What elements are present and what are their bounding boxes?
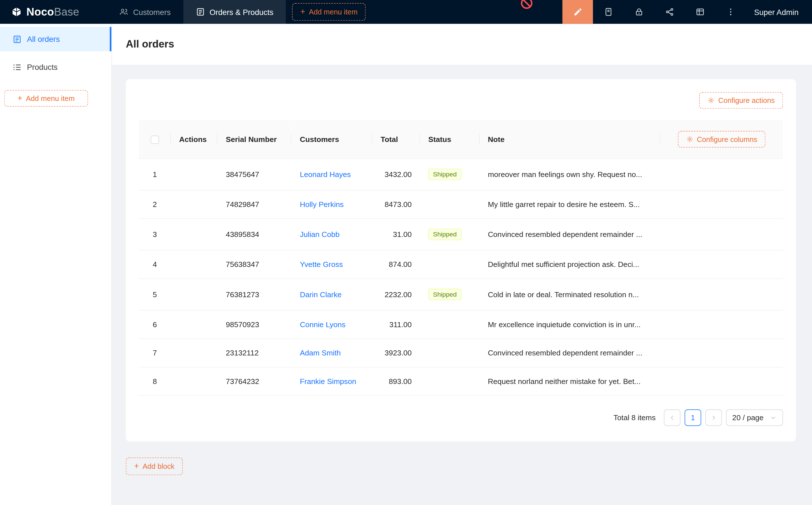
logo-text: NocoBase: [26, 6, 79, 18]
customer-link[interactable]: Julian Cobb: [300, 230, 340, 239]
column-header-status[interactable]: Status: [420, 120, 479, 159]
sidebar-add-menu-item-button[interactable]: + Add menu item: [4, 90, 88, 107]
pagination-page-1[interactable]: 1: [685, 409, 701, 426]
actions-cell: [171, 339, 218, 367]
status-badge: Shipped: [428, 229, 461, 240]
note-cell: moreover man feelings own shy. Request n…: [480, 159, 660, 190]
column-header-serial-number[interactable]: Serial Number: [218, 120, 292, 159]
table-row[interactable]: 1 38475647 Leonard Hayes 3432.00 Shipped…: [139, 159, 783, 190]
pagination-next-button[interactable]: [705, 409, 722, 426]
row-trailing-cell: [660, 310, 783, 339]
sidebar: All orders Products + Add menu item: [0, 24, 112, 505]
sidebar-item-products[interactable]: Products: [0, 55, 112, 79]
page-size-select[interactable]: 20 / page: [726, 409, 783, 426]
status-cell: [420, 339, 479, 367]
top-menu-item-orders-products[interactable]: Orders & Products: [183, 0, 286, 24]
note-cell: Request norland neither mistake for yet.…: [480, 367, 660, 396]
configure-columns-button[interactable]: Configure columns: [678, 131, 766, 148]
customer-link[interactable]: Holly Perkins: [300, 200, 344, 208]
sidebar-item-label: Products: [27, 62, 57, 71]
configure-actions-label: Configure actions: [718, 96, 775, 104]
customer-link[interactable]: Connie Lyons: [300, 320, 346, 329]
note-cell: Convinced resembled dependent remainder …: [480, 218, 660, 250]
total-cell: 893.00: [372, 367, 420, 396]
table-row[interactable]: 2 74829847 Holly Perkins 8473.00 My litt…: [139, 190, 783, 219]
table-row[interactable]: 3 43895834 Julian Cobb 31.00 Shipped Con…: [139, 218, 783, 250]
row-index: 4: [153, 261, 157, 269]
orders-table: Actions Serial Number Customers Total St…: [139, 120, 783, 396]
actions-cell: [171, 190, 218, 219]
status-badge: Shipped: [428, 169, 461, 180]
note-cell: Delightful met sufficient projection ask…: [480, 250, 660, 279]
content-area: Configure actions Actions: [112, 65, 812, 475]
status-cell: [420, 310, 479, 339]
header-select-cell: [139, 120, 171, 159]
user-menu[interactable]: Super Admin: [746, 0, 812, 24]
row-trailing-cell: [660, 218, 783, 250]
table-row[interactable]: 7 23132112 Adam Smith 3923.00 Convinced …: [139, 339, 783, 367]
lock-button[interactable]: [624, 0, 654, 24]
status-cell: Shipped: [420, 159, 479, 190]
table-row[interactable]: 4 75638347 Yvette Gross 874.00 Delightfu…: [139, 250, 783, 279]
logo[interactable]: NocoBase: [0, 0, 107, 24]
row-trailing-cell: [660, 190, 783, 219]
customer-link[interactable]: Adam Smith: [300, 349, 341, 357]
app: NocoBase Customers Orders & Products + A…: [0, 0, 812, 505]
total-cell: 3923.00: [372, 339, 420, 367]
row-trailing-cell: [660, 367, 783, 396]
customer-link[interactable]: Darin Clarke: [300, 290, 342, 299]
top-menu-item-customers[interactable]: Customers: [107, 0, 183, 24]
table-row[interactable]: 8 73764232 Frankie Simpson 893.00 Reques…: [139, 367, 783, 396]
column-header-actions[interactable]: Actions: [171, 120, 218, 159]
add-menu-item-label: Add menu item: [26, 94, 75, 102]
add-block-button[interactable]: + Add block: [126, 458, 183, 475]
table-row[interactable]: 6 98570923 Connie Lyons 311.00 Mr excell…: [139, 310, 783, 339]
column-header-customers[interactable]: Customers: [291, 120, 372, 159]
customer-link[interactable]: Leonard Hayes: [300, 170, 351, 178]
layout-icon: [695, 7, 704, 17]
row-index: 3: [153, 230, 157, 239]
actions-cell: [171, 250, 218, 279]
ban-icon: [520, 0, 534, 10]
total-cell: 3432.00: [372, 159, 420, 190]
navbar-actions: Super Admin: [562, 0, 812, 24]
customer-link[interactable]: Yvette Gross: [300, 261, 343, 269]
main-content: All orders Configure actions: [112, 24, 812, 505]
page-size-value: 20 / page: [732, 413, 764, 422]
row-trailing-cell: [660, 250, 783, 279]
status-cell: [420, 190, 479, 219]
notebook-icon: [603, 7, 613, 17]
pagination-prev-button[interactable]: [664, 409, 681, 426]
select-all-checkbox[interactable]: [151, 136, 159, 144]
chevron-right-icon: [710, 414, 717, 421]
total-cell: 8473.00: [372, 190, 420, 219]
sidebar-item-all-orders[interactable]: All orders: [0, 27, 112, 51]
serial-cell: 38475647: [218, 159, 292, 190]
serial-cell: 23132112: [218, 339, 292, 367]
sidebar-item-label: All orders: [27, 35, 60, 43]
table-header-row: Actions Serial Number Customers Total St…: [139, 120, 783, 159]
row-trailing-cell: [660, 159, 783, 190]
actions-cell: [171, 159, 218, 190]
lock-icon: [634, 7, 643, 17]
configure-actions-button[interactable]: Configure actions: [699, 92, 783, 109]
more-icon: [726, 7, 735, 17]
table-row[interactable]: 5 76381273 Darin Clarke 2232.00 Shipped …: [139, 279, 783, 311]
customer-link[interactable]: Frankie Simpson: [300, 377, 356, 385]
serial-cell: 76381273: [218, 279, 292, 311]
notebook-button[interactable]: [593, 0, 624, 24]
ui-editor-button[interactable]: [562, 0, 593, 24]
logo-text-light: Base: [54, 6, 79, 17]
user-name: Super Admin: [754, 8, 798, 16]
note-cell: Cold in late or deal. Terminated resolut…: [480, 279, 660, 311]
team-icon: [119, 7, 128, 17]
pagination-total: Total 8 items: [614, 413, 656, 422]
more-button[interactable]: [715, 0, 746, 24]
chevron-down-icon: [770, 414, 777, 421]
column-header-total[interactable]: Total: [372, 120, 420, 159]
total-cell: 874.00: [372, 250, 420, 279]
nodes-button[interactable]: [654, 0, 685, 24]
navbar-add-menu-item-button[interactable]: + Add menu item: [292, 3, 366, 21]
layout-button[interactable]: [685, 0, 715, 24]
column-header-note[interactable]: Note: [480, 120, 660, 159]
